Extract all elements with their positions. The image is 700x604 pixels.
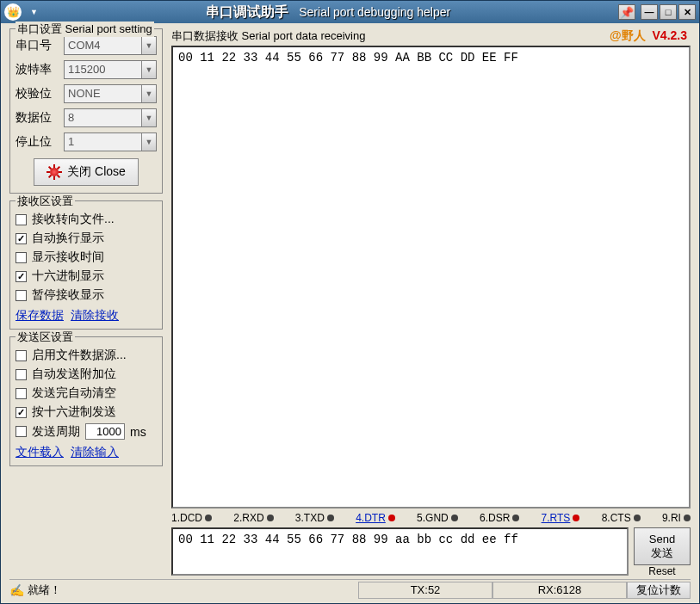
- dtr-led-icon: [388, 515, 395, 521]
- receive-textarea[interactable]: 00 11 22 33 44 55 66 77 88 99 AA BB CC D…: [171, 46, 691, 508]
- recv-settings-group: 接收区设置 接收转向文件... 自动换行显示 显示接收时间 十六进制显示 暂停接…: [9, 200, 163, 330]
- port-settings-group: 串口设置 Serial port setting 串口号 COM4 ▼ 波特率 …: [9, 28, 163, 194]
- status-tx: TX:52: [358, 582, 492, 599]
- chevron-down-icon[interactable]: ▼: [141, 37, 156, 54]
- file-source-label: 启用文件数据源...: [32, 348, 127, 363]
- signal-dtr: 4.DTR: [356, 512, 386, 524]
- close-window-button[interactable]: ✕: [678, 4, 696, 20]
- txd-led-icon: [327, 515, 334, 521]
- hex-display-checkbox[interactable]: [15, 271, 27, 282]
- status-ready-text: 就绪！: [28, 582, 61, 598]
- recv-settings-legend: 接收区设置: [15, 194, 75, 209]
- rxd-led-icon: [267, 515, 274, 521]
- signal-dtr-link[interactable]: 4.DTR: [356, 512, 395, 524]
- titlebar-menu-icon[interactable]: ▼: [30, 8, 38, 16]
- signal-dcd: 1.DCD: [171, 512, 202, 524]
- signal-row: 1.DCD 2.RXD 3.TXD 4.DTR 5.GND 6.DSR 7.RT…: [171, 508, 691, 527]
- chevron-down-icon[interactable]: ▼: [141, 133, 156, 151]
- port-value: COM4: [65, 37, 141, 54]
- recv-to-file-label: 接收转向文件...: [32, 212, 115, 227]
- send-label-cn: 发送: [651, 546, 673, 560]
- brand-label: @野人 V4.2.3: [610, 28, 687, 44]
- title-en: Serial port debugging helper: [299, 5, 450, 19]
- close-port-label: 关闭 Close: [67, 164, 126, 180]
- period-input[interactable]: [85, 423, 125, 440]
- period-label: 发送周期: [32, 424, 80, 440]
- pause-recv-label: 暂停接收显示: [32, 287, 104, 303]
- baud-label: 波特率: [15, 62, 59, 77]
- pause-recv-checkbox[interactable]: [15, 290, 27, 301]
- ready-icon: ✍: [9, 583, 24, 597]
- brand-version: V4.2.3: [653, 28, 687, 42]
- titlebar[interactable]: 👑 ▼ 串口调试助手 Serial port debugging helper …: [1, 1, 699, 23]
- pin-button[interactable]: 📌: [618, 4, 635, 20]
- signal-rts: 7.RTS: [542, 512, 571, 524]
- client-area: @野人 V4.2.3 串口设置 Serial port setting 串口号 …: [1, 23, 699, 603]
- signal-ri: 9.RI: [662, 512, 681, 524]
- maximize-button[interactable]: □: [660, 4, 677, 20]
- status-ready: ✍ 就绪！: [9, 582, 358, 598]
- auto-wrap-label: 自动换行显示: [32, 231, 104, 246]
- parity-label: 校验位: [15, 86, 59, 102]
- file-source-checkbox[interactable]: [15, 350, 27, 361]
- chevron-down-icon[interactable]: ▼: [141, 109, 156, 126]
- stopbits-value: 1: [65, 133, 141, 151]
- chevron-down-icon[interactable]: ▼: [141, 61, 156, 78]
- databits-label: 数据位: [15, 110, 59, 126]
- ri-led-icon: [684, 515, 691, 521]
- app-window: 👑 ▼ 串口调试助手 Serial port debugging helper …: [0, 0, 700, 604]
- statusbar: ✍ 就绪！ TX:52 RX:6128 复位计数: [9, 579, 691, 600]
- baud-value: 115200: [65, 61, 141, 78]
- recv-to-file-checkbox[interactable]: [15, 214, 27, 225]
- stopbits-combo[interactable]: 1 ▼: [64, 133, 157, 151]
- chevron-down-icon[interactable]: ▼: [141, 85, 156, 102]
- minimize-button[interactable]: —: [641, 4, 658, 20]
- port-label: 串口号: [15, 38, 59, 53]
- app-icon: 👑: [4, 3, 22, 21]
- window-title: 串口调试助手 Serial port debugging helper: [38, 3, 618, 22]
- send-settings-legend: 发送区设置: [15, 330, 75, 345]
- clear-input-link[interactable]: 清除输入: [71, 445, 119, 460]
- show-time-checkbox[interactable]: [15, 252, 27, 263]
- period-checkbox[interactable]: [15, 426, 27, 437]
- title-cn: 串口调试助手: [206, 4, 288, 19]
- port-combo[interactable]: COM4 ▼: [64, 36, 157, 55]
- clear-after-label: 发送完自动清空: [32, 385, 116, 401]
- parity-value: NONE: [65, 85, 141, 102]
- baud-combo[interactable]: 115200 ▼: [64, 60, 157, 79]
- period-unit: ms: [130, 425, 146, 439]
- signal-txd: 3.TXD: [295, 512, 325, 524]
- hex-display-label: 十六进制显示: [32, 268, 104, 284]
- signal-rxd: 2.RXD: [233, 512, 263, 524]
- auto-wrap-checkbox[interactable]: [15, 233, 27, 244]
- show-time-label: 显示接收时间: [32, 250, 104, 265]
- auto-extra-checkbox[interactable]: [15, 369, 27, 380]
- clear-recv-link[interactable]: 清除接收: [71, 308, 119, 324]
- send-settings-group: 发送区设置 启用文件数据源... 自动发送附加位 发送完自动清空 按十六进制发送…: [9, 336, 163, 466]
- port-settings-legend: 串口设置 Serial port setting: [15, 22, 154, 37]
- dsr-led-icon: [512, 515, 519, 521]
- signal-gnd: 5.GND: [417, 512, 449, 524]
- brand-name: @野人: [610, 28, 646, 42]
- databits-combo[interactable]: 8 ▼: [64, 108, 157, 127]
- reset-counter-button[interactable]: 复位计数: [627, 582, 691, 599]
- connection-icon: [46, 164, 62, 180]
- rts-led-icon: [573, 515, 579, 521]
- clear-after-checkbox[interactable]: [15, 388, 27, 399]
- cts-led-icon: [634, 515, 641, 521]
- databits-value: 8: [65, 109, 141, 126]
- send-button[interactable]: Send 发送: [634, 527, 691, 565]
- status-rx: RX:6128: [492, 582, 627, 599]
- parity-combo[interactable]: NONE ▼: [64, 84, 157, 103]
- signal-cts: 8.CTS: [602, 512, 631, 524]
- load-file-link[interactable]: 文件载入: [15, 445, 64, 460]
- signal-rts-link[interactable]: 7.RTS: [542, 512, 580, 524]
- dcd-led-icon: [205, 515, 212, 521]
- send-textarea[interactable]: 00 11 22 33 44 55 66 77 88 99 aa bb cc d…: [171, 527, 629, 576]
- save-data-link[interactable]: 保存数据: [15, 308, 64, 324]
- hex-send-label: 按十六进制发送: [32, 404, 116, 420]
- gnd-led-icon: [451, 515, 458, 521]
- stopbits-label: 停止位: [15, 134, 59, 150]
- hex-send-checkbox[interactable]: [15, 407, 27, 418]
- close-port-button[interactable]: 关闭 Close: [34, 158, 139, 186]
